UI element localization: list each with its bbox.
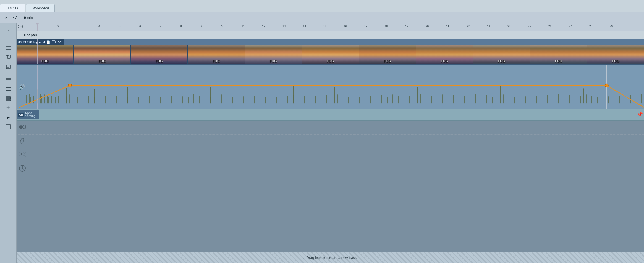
- svg-rect-161: [37, 89, 38, 103]
- svg-rect-170: [376, 88, 376, 103]
- video-filename: fog.mp4: [33, 40, 45, 44]
- svg-rect-18: [6, 98, 11, 99]
- marker-tool-btn[interactable]: ✛: [3, 104, 13, 112]
- svg-point-190: [22, 168, 23, 169]
- stack-icon: [6, 96, 11, 101]
- svg-rect-88: [243, 96, 244, 103]
- spacer-icon: [6, 77, 11, 82]
- svg-rect-153: [603, 95, 603, 103]
- svg-rect-51: [57, 94, 57, 103]
- video-add-icon: [19, 151, 27, 159]
- cut-tool-btn[interactable]: [3, 34, 13, 43]
- thumb-label-3: FOG: [213, 59, 220, 63]
- camera-track: [17, 121, 644, 135]
- video-timecode: 00:29.828: [18, 40, 32, 44]
- cut-icon: [6, 36, 11, 41]
- svg-rect-115: [392, 94, 393, 103]
- thumb-label-2: FOG: [156, 59, 163, 63]
- thumb-label-6: FOG: [384, 59, 391, 63]
- video-thumbnails: FOG FOG FOG FOG FOG FOG FOG FOG FOG FOG …: [17, 39, 644, 64]
- app-container: Timeline Storyboard ✂ 🛡 0 min ↕: [0, 0, 644, 263]
- svg-rect-53: [61, 97, 61, 103]
- waveform-svg: [17, 65, 644, 109]
- svg-rect-156: [619, 96, 620, 103]
- camera-track-icon: [19, 123, 27, 132]
- svg-rect-41: [43, 97, 43, 103]
- svg-rect-80: [199, 96, 200, 103]
- svg-rect-72: [155, 95, 155, 103]
- drop-zone[interactable]: ↓ Drag here to create a new track.: [17, 252, 644, 263]
- drop-zone-arrow: ↓: [303, 256, 305, 260]
- stack-tool-btn[interactable]: [3, 94, 13, 103]
- blend-label: Alpha blending: [25, 112, 38, 118]
- svg-rect-155: [614, 94, 614, 103]
- svg-rect-160: [641, 94, 642, 103]
- svg-rect-46: [50, 98, 50, 103]
- chapter-collapse-icon[interactable]: —: [19, 33, 22, 37]
- svg-rect-140: [531, 94, 531, 103]
- paste-icon: [6, 64, 11, 69]
- chapter-label: Chapter: [24, 33, 37, 37]
- svg-rect-105: [337, 94, 338, 103]
- svg-rect-162: [66, 88, 67, 103]
- copy-tool-btn[interactable]: [3, 53, 13, 61]
- tab-timeline[interactable]: Timeline: [0, 4, 25, 12]
- svg-rect-147: [569, 95, 570, 103]
- file-icon[interactable]: 📄: [46, 40, 50, 44]
- razor-tool-btn[interactable]: ✂: [2, 14, 10, 22]
- svg-rect-76: [177, 94, 177, 103]
- video-track-info: 00:29.828 fog.mp4 📄: [17, 39, 64, 45]
- svg-rect-70: [144, 94, 144, 103]
- svg-rect-59: [83, 95, 83, 103]
- thumb-label-4: FOG: [270, 59, 277, 63]
- svg-rect-77: [182, 96, 183, 103]
- ripple-tool-btn[interactable]: [3, 44, 13, 52]
- svg-rect-96: [287, 96, 288, 103]
- select-tool-btn[interactable]: ↕: [3, 25, 13, 33]
- svg-rect-110: [365, 94, 365, 103]
- spacer-tool-btn[interactable]: [3, 76, 13, 84]
- svg-rect-174: [542, 87, 542, 103]
- svg-rect-92: [265, 97, 266, 103]
- svg-rect-144: [553, 97, 553, 103]
- audio-wave-icon[interactable]: [57, 40, 62, 44]
- svg-rect-86: [232, 97, 233, 103]
- svg-rect-31: [29, 94, 30, 103]
- svg-rect-66: [122, 95, 122, 103]
- svg-rect-141: [536, 96, 537, 103]
- svg-rect-65: [116, 96, 117, 103]
- thumb-label-9: FOG: [555, 59, 562, 63]
- svg-rect-123: [437, 97, 437, 103]
- keyframe-tool-btn[interactable]: [3, 123, 13, 131]
- svg-rect-56: [69, 94, 70, 103]
- blend-end-marker: 📌: [637, 111, 643, 117]
- tab-storyboard[interactable]: Storyboard: [26, 4, 55, 12]
- audio-volume-icon[interactable]: 🔊: [19, 84, 25, 90]
- svg-rect-118: [409, 96, 410, 103]
- align-icon: [6, 86, 11, 92]
- align-tool-btn[interactable]: [3, 85, 13, 93]
- svg-rect-107: [348, 97, 349, 103]
- svg-rect-58: [77, 97, 78, 103]
- play-tool-btn[interactable]: ▶: [3, 113, 13, 122]
- svg-rect-47: [51, 96, 52, 103]
- svg-rect-151: [591, 96, 592, 103]
- svg-rect-28: [25, 98, 25, 103]
- svg-rect-116: [398, 96, 399, 103]
- blend-icon: AB: [18, 113, 24, 117]
- svg-rect-108: [354, 95, 354, 103]
- svg-rect-175: [583, 88, 584, 103]
- paste-tool-btn[interactable]: [3, 63, 13, 71]
- tracks-spacer: [17, 176, 644, 252]
- ruler-svg: 0 min // These are static SVG elements, …: [17, 23, 644, 31]
- svg-point-180: [605, 84, 608, 87]
- camera-icon[interactable]: [52, 40, 56, 44]
- tab-bar: Timeline Storyboard: [0, 0, 644, 12]
- svg-rect-173: [500, 86, 501, 104]
- svg-rect-85: [227, 96, 227, 103]
- svg-rect-135: [503, 94, 504, 103]
- blend-clip[interactable]: AB Alpha blending: [17, 110, 39, 119]
- svg-rect-89: [249, 94, 249, 103]
- shield-tool-btn[interactable]: 🛡: [11, 14, 19, 22]
- svg-rect-60: [88, 96, 89, 103]
